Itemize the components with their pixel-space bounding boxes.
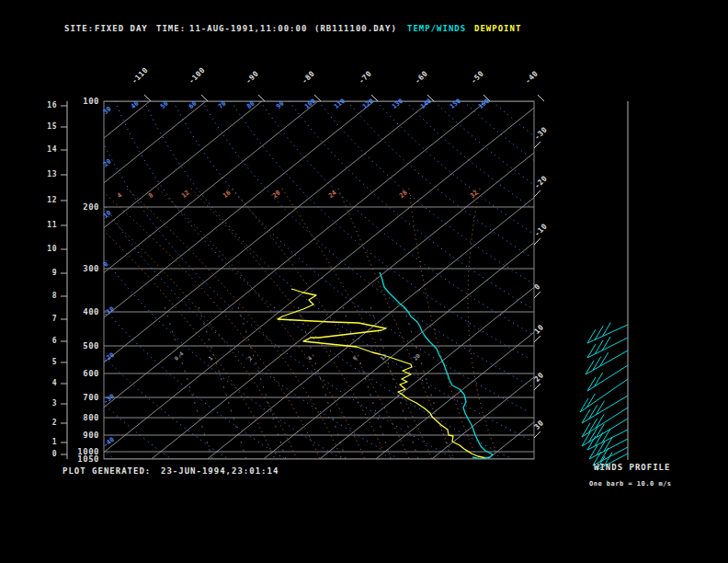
height-label: 6 bbox=[33, 337, 57, 345]
isotherm-line bbox=[104, 101, 374, 317]
pressure-label: 500 bbox=[68, 341, 99, 350]
height-label: 9 bbox=[33, 269, 57, 277]
wind-barb-staff bbox=[582, 396, 628, 423]
height-label: 0 bbox=[33, 450, 57, 458]
wind-barb-tick bbox=[595, 373, 603, 386]
right-temp-tick bbox=[534, 384, 540, 390]
moist-adiabat-line bbox=[282, 189, 432, 459]
moist-adiabat-line bbox=[409, 189, 477, 459]
moist-adiabat-line bbox=[158, 189, 365, 459]
height-label: 2 bbox=[33, 419, 57, 427]
isotherm-line bbox=[104, 101, 206, 183]
dry-adiabat-line bbox=[318, 101, 538, 286]
plot-generated-value: 23-JUN-1994,23:01:14 bbox=[161, 466, 279, 476]
height-label: 14 bbox=[33, 145, 57, 154]
height-label: 11 bbox=[33, 221, 57, 229]
dry-adiabat-line bbox=[100, 137, 456, 459]
isotherm-line bbox=[104, 101, 318, 272]
moist-adiabat-line bbox=[99, 189, 320, 459]
isotherm-line bbox=[104, 101, 430, 362]
isotherm-line bbox=[104, 108, 534, 452]
dry-adiabat-line bbox=[144, 101, 533, 442]
height-label: 10 bbox=[33, 245, 57, 253]
right-temp-tick bbox=[534, 336, 540, 342]
top-temp-tick bbox=[144, 95, 151, 101]
isotherm-line bbox=[208, 198, 534, 459]
right-temp-tick bbox=[534, 142, 540, 148]
dry-adiabat-line bbox=[435, 101, 534, 185]
dry-adiabat-line bbox=[493, 101, 536, 137]
skewt-screen: SITE: FIXED DAY TIME: 11-AUG-1991,11:00:… bbox=[0, 0, 728, 563]
pressure-label: 100 bbox=[68, 97, 99, 106]
isotherm-line bbox=[104, 101, 486, 408]
dry-adiabat-line bbox=[232, 101, 529, 358]
height-label: 3 bbox=[33, 399, 57, 408]
moist-adiabat-line bbox=[127, 189, 342, 459]
dry-adiabat-line bbox=[173, 101, 528, 411]
pressure-label: 800 bbox=[68, 413, 99, 422]
top-temp-tick bbox=[538, 95, 544, 101]
top-temp-tick bbox=[201, 95, 208, 101]
wind-barb-tick bbox=[586, 394, 595, 408]
height-label: 13 bbox=[33, 170, 57, 178]
dry-adiabat-line bbox=[376, 101, 531, 233]
winds-profile-title: WINDS PROFILE bbox=[594, 463, 670, 472]
dry-adiabat-line bbox=[347, 101, 530, 257]
wind-barb-tick bbox=[587, 377, 596, 391]
right-temp-tick bbox=[534, 190, 540, 197]
isotherm-line bbox=[152, 153, 534, 459]
height-label: 16 bbox=[33, 101, 57, 109]
right-temp-tick bbox=[534, 238, 540, 245]
plot-area bbox=[60, 101, 538, 459]
height-label: 5 bbox=[33, 358, 57, 366]
height-label: 8 bbox=[33, 292, 57, 300]
dry-adiabat-line bbox=[103, 202, 399, 459]
moist-adiabat-line bbox=[191, 189, 387, 459]
pressure-label: 400 bbox=[68, 307, 99, 316]
isotherm-line bbox=[488, 422, 534, 459]
right-temp-tick bbox=[534, 292, 540, 298]
height-label: 4 bbox=[33, 379, 57, 387]
winds-barb-caption: One barb = 10.0 m/s bbox=[589, 480, 672, 488]
pressure-label: 200 bbox=[68, 202, 99, 212]
pressure-label: 300 bbox=[68, 264, 99, 273]
mixing-ratio-line bbox=[237, 304, 286, 459]
pressure-label: 700 bbox=[68, 393, 99, 402]
height-label: 1 bbox=[33, 438, 57, 446]
dry-adiabat-line bbox=[115, 101, 513, 459]
plot-generated-label: PLOT GENERATED: bbox=[63, 466, 151, 476]
height-label: 12 bbox=[33, 196, 57, 204]
height-label: 7 bbox=[33, 315, 57, 323]
height-label: 15 bbox=[33, 122, 57, 131]
right-temp-tick bbox=[534, 431, 540, 438]
top-temp-tick bbox=[258, 95, 265, 101]
pressure-label: 1050 bbox=[68, 454, 99, 464]
wind-barb-tick bbox=[580, 398, 588, 412]
isotherm-line bbox=[104, 101, 150, 138]
dry-adiabat-line bbox=[463, 101, 534, 161]
dry-adiabat-line bbox=[107, 454, 114, 459]
wind-barb-staff bbox=[586, 350, 628, 374]
pressure-label: 600 bbox=[68, 369, 99, 378]
dry-adiabat-line bbox=[105, 358, 229, 459]
pressure-label: 900 bbox=[68, 431, 99, 440]
mixing-ratio-line bbox=[403, 304, 451, 459]
